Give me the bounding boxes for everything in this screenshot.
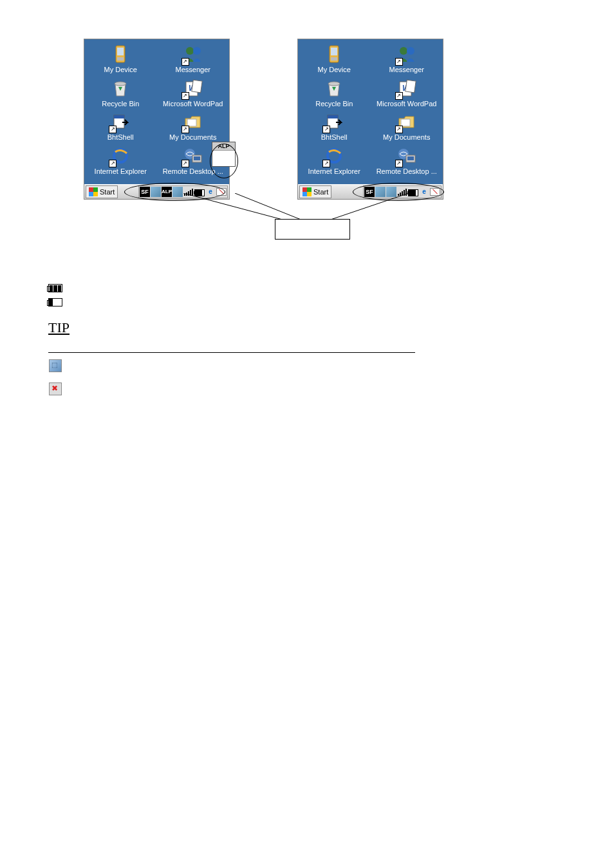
svg-rect-10: [114, 115, 124, 118]
svg-line-34: [325, 193, 409, 222]
svg-rect-8: [192, 80, 202, 93]
icon-label: My Documents: [169, 133, 217, 142]
icon-remote-desktop[interactable]: Remote Desktop ...: [371, 144, 443, 178]
recycle-bin-icon: [324, 78, 344, 99]
tip-row: TIP: [48, 319, 566, 336]
icon-label: Messenger: [175, 66, 211, 74]
ie-icon: [110, 146, 131, 166]
svg-rect-1: [117, 48, 124, 55]
svg-rect-27: [401, 119, 410, 126]
svg-rect-26: [328, 115, 338, 118]
bhtshell-icon: [110, 111, 131, 132]
icon-recycle-bin[interactable]: Recycle Bin: [84, 76, 157, 110]
device-screenshot-right: My Device Messenger Recycle Bin W Micros…: [297, 39, 443, 200]
icon-my-device[interactable]: My Device: [298, 42, 371, 76]
icon-label: My Device: [317, 66, 351, 74]
wordpad-icon: W: [183, 78, 203, 99]
icon-label: Recycle Bin: [315, 100, 353, 108]
battery-full-row: [48, 283, 566, 294]
icon-bhtshell[interactable]: BhtShell: [298, 109, 371, 144]
icon-my-documents[interactable]: My Documents: [371, 109, 443, 144]
svg-rect-18: [331, 57, 337, 61]
svg-rect-24: [405, 80, 416, 93]
alp-popup-body: [212, 151, 235, 166]
icon-messenger[interactable]: Messenger: [157, 42, 230, 76]
svg-point-4: [193, 47, 201, 55]
section-divider: [48, 352, 415, 353]
icon-recycle-bin[interactable]: Recycle Bin: [298, 76, 371, 110]
svg-point-19: [400, 47, 407, 55]
icon-wordpad[interactable]: W Microsoft WordPad: [157, 76, 230, 110]
icon-label: Microsoft WordPad: [376, 100, 437, 108]
battery-low-icon: [48, 297, 62, 308]
icon-messenger[interactable]: Messenger: [371, 42, 443, 76]
icon-my-device[interactable]: My Device: [84, 42, 157, 76]
svg-rect-2: [117, 57, 124, 61]
usb-disconnected-icon: [48, 384, 62, 394]
messenger-icon: [183, 44, 203, 64]
usb-connected-row: [48, 361, 566, 371]
icon-internet-explorer[interactable]: Internet Explorer: [298, 144, 371, 178]
icon-label: Remote Desktop ...: [162, 167, 224, 176]
icon-wordpad[interactable]: W Microsoft WordPad: [371, 76, 443, 110]
callout-connector: [48, 193, 566, 251]
wordpad-icon: W: [396, 78, 417, 99]
icon-label: Internet Explorer: [308, 167, 361, 176]
icon-label: My Device: [104, 66, 138, 74]
svg-point-20: [407, 47, 414, 55]
usb-connected-icon: [48, 361, 62, 371]
bhtshell-icon: [324, 111, 344, 132]
svg-rect-11: [187, 119, 196, 126]
icon-label: Internet Explorer: [94, 167, 147, 176]
icon-my-documents[interactable]: My Documents: [157, 109, 230, 144]
folder-icon: [183, 111, 203, 132]
icon-bhtshell[interactable]: BhtShell: [84, 109, 157, 144]
svg-point-21: [328, 82, 340, 86]
svg-point-3: [186, 47, 194, 55]
svg-rect-31: [407, 156, 414, 160]
svg-rect-17: [331, 48, 337, 55]
desktop-icon-grid: My Device Messenger Recycle Bin W Micros…: [298, 39, 443, 184]
usb-disconnected-row: [48, 384, 566, 394]
device-icon: [110, 44, 131, 64]
svg-line-33: [235, 193, 306, 222]
alp-popup: ALP: [212, 142, 236, 167]
battery-full-icon: [48, 283, 62, 294]
icon-internet-explorer[interactable]: Internet Explorer: [84, 144, 157, 178]
device-icon: [324, 44, 344, 64]
icon-label: My Documents: [382, 133, 431, 142]
icon-label: Messenger: [389, 66, 425, 74]
messenger-icon: [396, 44, 417, 64]
icon-label: Recycle Bin: [101, 100, 140, 108]
icon-label: Remote Desktop ...: [376, 167, 438, 176]
desktop-icon-grid: My Device Messenger Recycle Bin W Micros…: [84, 39, 229, 184]
svg-point-5: [115, 82, 126, 86]
icon-label: BhtShell: [321, 133, 348, 142]
remote-desktop-icon: [396, 146, 417, 166]
battery-low-row: [48, 297, 566, 308]
callout-box: [275, 219, 350, 240]
remote-desktop-icon: [183, 146, 203, 166]
ie-icon: [324, 146, 344, 166]
folder-icon: [396, 111, 417, 132]
icon-label: Microsoft WordPad: [162, 100, 223, 108]
recycle-bin-icon: [110, 78, 131, 99]
tip-label: TIP: [48, 319, 74, 336]
alp-popup-title: ALP: [212, 142, 235, 151]
icon-label: BhtShell: [107, 133, 135, 142]
svg-rect-15: [194, 156, 200, 160]
device-screenshot-left: My Device Messenger Recycle Bin W Micros…: [84, 39, 230, 200]
